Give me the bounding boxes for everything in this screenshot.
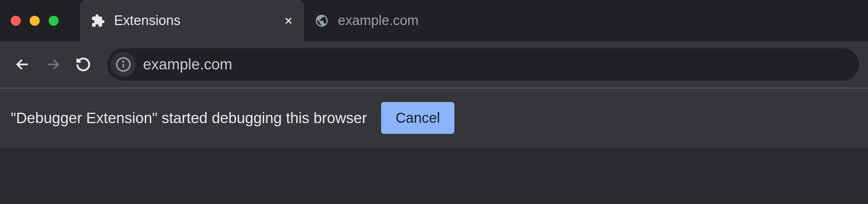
- omnibox[interactable]: example.com: [107, 48, 859, 81]
- globe-icon: [315, 14, 329, 28]
- close-icon: [284, 16, 293, 25]
- tab-title: example.com: [338, 13, 419, 28]
- forward-button[interactable]: [39, 51, 66, 78]
- tab-example-com[interactable]: example.com: [304, 0, 442, 41]
- infobar-message: "Debugger Extension" started debugging t…: [11, 110, 367, 127]
- url-display: example.com: [143, 56, 855, 73]
- debugger-infobar: "Debugger Extension" started debugging t…: [0, 88, 868, 147]
- cancel-button[interactable]: Cancel: [381, 102, 454, 134]
- arrow-left-icon: [15, 57, 30, 72]
- reload-button[interactable]: [70, 51, 97, 78]
- tab-title: Extensions: [114, 13, 271, 28]
- extension-icon: [91, 14, 105, 28]
- window-controls: [11, 16, 59, 26]
- tab-bar: Extensions example.com: [0, 0, 868, 41]
- window-close-button[interactable]: [11, 16, 21, 26]
- reload-icon: [75, 57, 91, 72]
- site-info-button[interactable]: [111, 52, 136, 77]
- tab-extensions[interactable]: Extensions: [80, 0, 304, 41]
- toolbar: example.com: [0, 41, 868, 88]
- info-icon: [115, 57, 131, 72]
- back-button[interactable]: [9, 51, 36, 78]
- tab-close-button[interactable]: [282, 14, 295, 27]
- window-maximize-button[interactable]: [49, 16, 59, 26]
- window-minimize-button[interactable]: [30, 16, 40, 26]
- svg-point-6: [123, 61, 124, 62]
- arrow-right-icon: [45, 57, 61, 72]
